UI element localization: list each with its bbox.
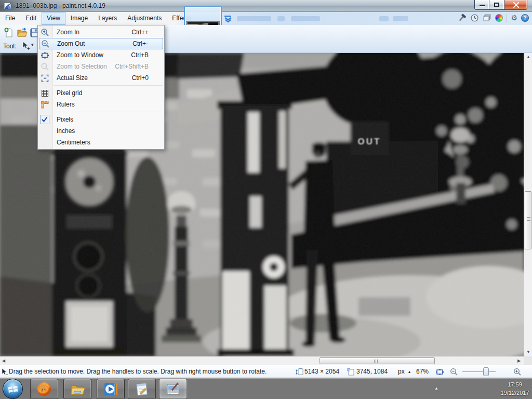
close-icon bbox=[504, 0, 528, 10]
taskbar-media-player-button[interactable] bbox=[97, 379, 125, 399]
faded-toolbar-blob bbox=[379, 16, 389, 21]
horizontal-scroll-thumb[interactable] bbox=[320, 357, 435, 364]
tool-selector-label: Tool: bbox=[3, 43, 16, 50]
units-dropdown-caret[interactable]: ▴ bbox=[408, 365, 410, 378]
taskbar-explorer-button[interactable] bbox=[63, 379, 91, 399]
chevron-down-icon bbox=[223, 15, 233, 23]
vertical-scrollbar[interactable]: ▲ ▼ bbox=[524, 53, 532, 356]
scroll-down-arrow[interactable]: ▼ bbox=[526, 350, 530, 354]
zoom-out-icon bbox=[41, 39, 50, 48]
zoom-in-button[interactable] bbox=[513, 368, 522, 376]
menu-edit[interactable]: Edit bbox=[20, 12, 42, 25]
taskbar-journal-button[interactable] bbox=[128, 379, 156, 399]
shortcut: Ctrl+0 bbox=[132, 72, 149, 84]
horizontal-scrollbar[interactable]: ◀ ▶ bbox=[0, 356, 524, 365]
image-size-icon bbox=[295, 368, 303, 376]
clock-time: 17:59 bbox=[499, 380, 531, 389]
scroll-up-arrow[interactable]: ▲ bbox=[526, 55, 530, 59]
help-icon[interactable]: ? bbox=[521, 14, 529, 22]
status-bar: Drag the selection to move. Drag the han… bbox=[0, 365, 532, 378]
menu-bar: File Edit View Image Layers Adjustments … bbox=[0, 12, 532, 25]
open-file-icon[interactable] bbox=[17, 28, 28, 38]
paint-net-window: 1891_003b.jpg - paint.net 4.0.19 File Ed… bbox=[0, 0, 532, 399]
cursor-position-icon bbox=[347, 368, 355, 376]
menu-item-zoom-to-selection: Zoom to Selection Ctrl+Shift+B bbox=[38, 61, 164, 72]
firefox-icon bbox=[36, 381, 52, 397]
shortcut: Ctrl+- bbox=[132, 38, 148, 49]
history-clock-icon[interactable] bbox=[470, 14, 479, 22]
zoom-to-window-icon bbox=[41, 51, 49, 60]
taskbar-firefox-button[interactable] bbox=[30, 379, 58, 399]
menu-separator bbox=[54, 112, 163, 112]
pixel-grid-icon bbox=[41, 89, 49, 98]
menu-item-inches[interactable]: Inches bbox=[38, 125, 164, 137]
hidden-icons-arrow-icon[interactable]: ▲ bbox=[434, 386, 438, 391]
zoom-to-selection-icon bbox=[41, 62, 49, 71]
toolbar-separator bbox=[507, 14, 507, 22]
rulers-icon bbox=[41, 100, 49, 109]
faded-toolbar-blob bbox=[237, 16, 271, 21]
start-orb-icon[interactable] bbox=[3, 379, 23, 399]
menu-adjustments[interactable]: Adjustments bbox=[122, 12, 167, 25]
menu-separator bbox=[54, 85, 163, 86]
menu-item-pixel-grid[interactable]: Pixel grid bbox=[38, 87, 164, 99]
journal-icon bbox=[134, 381, 150, 397]
media-player-icon bbox=[103, 381, 118, 397]
windows-explorer-icon bbox=[70, 381, 85, 397]
new-file-icon[interactable] bbox=[4, 28, 14, 38]
scroll-right-arrow[interactable]: ▶ bbox=[517, 359, 521, 363]
scroll-left-arrow[interactable]: ◀ bbox=[2, 359, 5, 363]
cursor-position-value: 3745, 1084 bbox=[356, 365, 388, 378]
menu-file[interactable]: File bbox=[0, 12, 20, 25]
zoom-level-value: 67% bbox=[416, 365, 429, 378]
menu-item-zoom-out[interactable]: Zoom Out Ctrl+- bbox=[39, 38, 163, 49]
close-button[interactable] bbox=[504, 0, 527, 10]
tools-hammer-icon[interactable] bbox=[458, 14, 467, 22]
menu-item-rulers[interactable]: Rulers bbox=[38, 99, 164, 110]
paint-dot-net-icon bbox=[165, 381, 181, 397]
taskbar-paint-net-button[interactable] bbox=[159, 379, 187, 399]
faded-toolbar-blob bbox=[291, 16, 320, 21]
paint-net-logo-icon bbox=[4, 2, 12, 10]
zoom-slider-track[interactable] bbox=[462, 371, 496, 372]
settings-gear-icon[interactable]: ⚙ bbox=[511, 14, 517, 22]
tool-dropdown-caret[interactable]: ▾ bbox=[31, 42, 34, 47]
menu-item-zoom-to-window[interactable]: Zoom to Window Ctrl+B bbox=[38, 49, 164, 61]
menu-item-zoom-in[interactable]: Zoom In Ctrl++ bbox=[38, 26, 164, 38]
status-message: Drag the selection to move. Drag the han… bbox=[9, 365, 267, 378]
zoom-in-icon bbox=[41, 28, 49, 37]
layers-icon[interactable] bbox=[483, 14, 491, 22]
shortcut: Ctrl+Shift+B bbox=[115, 61, 149, 72]
move-selected-pixels-tool-icon[interactable] bbox=[21, 41, 30, 50]
actual-size-icon bbox=[41, 74, 49, 83]
taskbar-clock[interactable]: 17:59 19/12/2017 bbox=[499, 380, 531, 397]
zoom-to-window-button[interactable] bbox=[435, 368, 444, 376]
taskbar: ▲ 17:59 19/12/2017 bbox=[0, 378, 532, 399]
scrollbar-corner bbox=[524, 356, 532, 365]
faded-toolbar-blob bbox=[393, 16, 408, 21]
zoom-slider-thumb[interactable] bbox=[483, 367, 489, 376]
shortcut: Ctrl+B bbox=[131, 49, 149, 61]
menu-item-centimeters[interactable]: Centimeters bbox=[38, 137, 164, 148]
zoom-out-button[interactable] bbox=[450, 368, 458, 376]
menu-item-pixels[interactable]: Pixels bbox=[38, 114, 164, 125]
colors-wheel-icon[interactable] bbox=[495, 14, 503, 22]
vertical-scroll-thumb[interactable] bbox=[525, 191, 531, 249]
menu-layers[interactable]: Layers bbox=[93, 12, 122, 25]
minimize-button[interactable] bbox=[474, 0, 489, 10]
faded-toolbar-blob bbox=[277, 16, 285, 21]
clock-date: 19/12/2017 bbox=[499, 389, 531, 397]
shortcut: Ctrl++ bbox=[131, 26, 149, 38]
image-size-value: 5143 × 2054 bbox=[304, 365, 339, 378]
maximize-button[interactable] bbox=[489, 0, 504, 10]
view-menu-popup: Zoom In Ctrl++ Zoom Out Ctrl+- Zoom to W… bbox=[37, 25, 165, 150]
menu-item-actual-size[interactable]: Actual Size Ctrl+0 bbox=[38, 72, 164, 84]
units-selector[interactable]: px bbox=[398, 365, 405, 378]
menu-image[interactable]: Image bbox=[65, 12, 93, 25]
menu-view[interactable]: View bbox=[42, 12, 65, 25]
move-tool-cursor-icon bbox=[1, 368, 9, 376]
window-title: 1891_003b.jpg - paint.net 4.0.19 bbox=[16, 2, 105, 9]
checkmark-icon bbox=[40, 115, 49, 124]
title-bar[interactable]: 1891_003b.jpg - paint.net 4.0.19 bbox=[0, 0, 532, 12]
